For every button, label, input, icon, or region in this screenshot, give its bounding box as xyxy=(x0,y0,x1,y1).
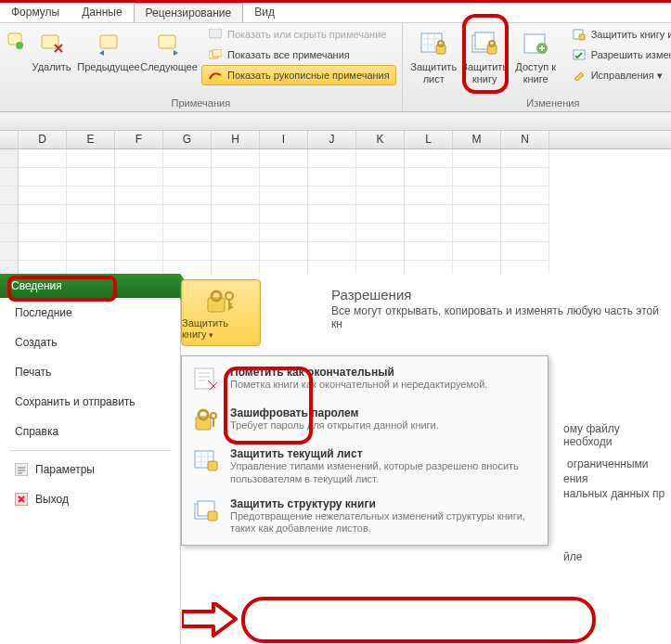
show-ink-button[interactable]: Показать рукописные примечания xyxy=(201,65,396,85)
cell[interactable] xyxy=(453,224,501,242)
cell[interactable] xyxy=(19,168,67,187)
cell[interactable] xyxy=(212,205,260,224)
cell[interactable] xyxy=(308,149,356,168)
track-changes-button[interactable]: Исправления ▾ xyxy=(565,65,671,85)
cell[interactable] xyxy=(19,205,67,224)
cell[interactable] xyxy=(0,149,19,168)
cell[interactable] xyxy=(405,205,453,224)
col-header[interactable]: E xyxy=(67,131,115,148)
cell[interactable] xyxy=(163,187,212,205)
menu-mark-final[interactable]: Пометить как окончательныйПометка книги … xyxy=(182,360,548,401)
showall-comments-button[interactable]: Показать все примечания xyxy=(201,45,396,65)
backstage-save-send[interactable]: Сохранить и отправить xyxy=(0,387,180,417)
col-header[interactable]: M xyxy=(453,131,501,148)
select-all-corner[interactable] xyxy=(0,131,19,148)
cell[interactable] xyxy=(212,242,260,261)
tab-formulas[interactable]: Формулы xyxy=(0,3,71,22)
cell[interactable] xyxy=(453,149,501,168)
cell[interactable] xyxy=(163,224,212,242)
col-header[interactable]: K xyxy=(356,131,405,148)
cell[interactable] xyxy=(260,205,308,224)
cell[interactable] xyxy=(19,149,67,168)
cell[interactable] xyxy=(67,187,115,205)
cell[interactable] xyxy=(0,224,19,242)
cell[interactable] xyxy=(501,187,549,205)
cell[interactable] xyxy=(501,242,549,261)
backstage-print[interactable]: Печать xyxy=(0,357,180,387)
cell[interactable] xyxy=(405,187,453,205)
cell[interactable] xyxy=(356,242,405,261)
cell[interactable] xyxy=(19,224,67,242)
col-header[interactable]: D xyxy=(19,131,67,148)
cell[interactable] xyxy=(308,168,356,187)
cell[interactable] xyxy=(405,149,453,168)
cell[interactable] xyxy=(356,149,405,168)
cell[interactable] xyxy=(260,187,308,205)
tab-data[interactable]: Данные xyxy=(71,3,133,22)
cell[interactable] xyxy=(356,224,405,242)
cell[interactable] xyxy=(0,187,19,205)
cell[interactable] xyxy=(356,168,405,187)
cell[interactable] xyxy=(356,205,405,224)
share-book-button[interactable]: Доступ к книге xyxy=(510,24,561,85)
backstage-exit[interactable]: Выход xyxy=(0,484,180,514)
backstage-new[interactable]: Создать xyxy=(0,328,180,357)
cell[interactable] xyxy=(308,187,356,205)
cell[interactable] xyxy=(308,205,356,224)
cell[interactable] xyxy=(0,242,19,261)
menu-protect-sheet[interactable]: Защитить текущий листУправление типами и… xyxy=(182,442,548,492)
cell[interactable] xyxy=(453,187,501,205)
cell[interactable] xyxy=(67,168,115,187)
col-header[interactable]: F xyxy=(115,131,163,148)
cell[interactable] xyxy=(308,242,356,261)
cell[interactable] xyxy=(67,242,115,261)
cell[interactable] xyxy=(163,242,212,261)
cell[interactable] xyxy=(0,205,19,224)
allow-edit-button[interactable]: Разрешить изменени xyxy=(565,45,671,65)
delete-comment-button[interactable]: Удалить xyxy=(26,24,77,74)
cell[interactable] xyxy=(260,242,308,261)
cell[interactable] xyxy=(115,242,163,261)
cell[interactable] xyxy=(67,224,115,242)
cell[interactable] xyxy=(163,168,212,187)
tab-review[interactable]: Рецензирование xyxy=(134,3,244,22)
protect-sheet-button[interactable]: Защитить лист xyxy=(408,24,459,85)
cell[interactable] xyxy=(260,224,308,242)
cell[interactable] xyxy=(163,149,212,168)
col-header[interactable]: G xyxy=(163,131,212,148)
tab-view[interactable]: Вид xyxy=(243,3,286,22)
grid-rows[interactable] xyxy=(0,149,671,279)
cell[interactable] xyxy=(212,224,260,242)
protect-workbook-button[interactable]: Защитить книгу▾ xyxy=(181,279,261,346)
cell[interactable] xyxy=(115,168,163,187)
backstage-help[interactable]: Справка xyxy=(0,417,180,446)
backstage-recent[interactable]: Последние xyxy=(0,298,180,328)
cell[interactable] xyxy=(405,224,453,242)
cell[interactable] xyxy=(19,187,67,205)
cell[interactable] xyxy=(212,187,260,205)
cell[interactable] xyxy=(405,168,453,187)
backstage-current[interactable]: Сведения xyxy=(0,274,180,298)
cell[interactable] xyxy=(501,224,549,242)
cell[interactable] xyxy=(453,168,501,187)
menu-protect-structure[interactable]: Защитить структуру книгиПредотвращение н… xyxy=(182,492,548,542)
col-header[interactable]: L xyxy=(405,131,453,148)
protect-share-button[interactable]: Защитить книгу и да xyxy=(565,24,671,45)
showhide-comment-button[interactable]: Показать или скрыть примечание xyxy=(201,24,396,45)
cell[interactable] xyxy=(19,242,67,261)
cell[interactable] xyxy=(501,149,549,168)
cell[interactable] xyxy=(453,242,501,261)
cell[interactable] xyxy=(67,205,115,224)
cell[interactable] xyxy=(115,205,163,224)
cell[interactable] xyxy=(501,168,549,187)
backstage-options[interactable]: Параметры xyxy=(0,455,180,484)
col-header[interactable]: H xyxy=(212,131,260,148)
cell[interactable] xyxy=(405,242,453,261)
cell[interactable] xyxy=(308,224,356,242)
cell[interactable] xyxy=(501,205,549,224)
cell[interactable] xyxy=(260,149,308,168)
new-comment-button[interactable] xyxy=(6,24,26,60)
cell[interactable] xyxy=(356,187,405,205)
col-header[interactable]: N xyxy=(501,131,549,148)
cell[interactable] xyxy=(212,149,260,168)
